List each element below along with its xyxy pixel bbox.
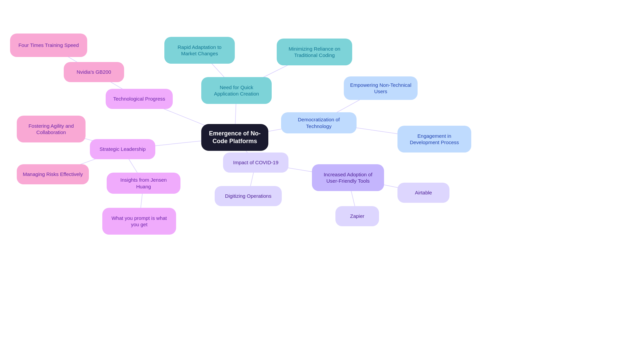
node-strategic: Strategic Leadership (90, 139, 155, 159)
mindmap-container: Emergence of No-Code PlatformsFour Times… (0, 0, 644, 363)
node-what-prompt: What you prompt is what you get (102, 208, 176, 235)
node-tech-progress: Technological Progress (106, 89, 173, 109)
node-increased-adoption: Increased Adoption of User-Friendly Tool… (312, 164, 384, 191)
node-insights: Insights from Jensen Huang (107, 173, 180, 194)
node-democratization: Democratization of Technology (281, 112, 357, 133)
node-fostering: Fostering Agility and Collaboration (17, 116, 86, 142)
node-impact-covid: Impact of COVID-19 (223, 153, 288, 173)
node-engagement: Engagement in Development Process (397, 126, 471, 153)
node-nvidias: Nvidia's GB200 (64, 62, 124, 82)
node-need-quick: Need for Quick Application Creation (201, 77, 272, 104)
node-four-times: Four Times Training Speed (10, 34, 87, 57)
node-digitizing: Digitizing Operations (215, 186, 282, 206)
node-managing-risks: Managing Risks Effectively (17, 164, 89, 184)
node-minimizing: Minimizing Reliance on Traditional Codin… (277, 39, 352, 65)
node-empowering: Empowering Non-Technical Users (344, 76, 418, 100)
node-zapier: Zapier (335, 206, 379, 226)
node-center: Emergence of No-Code Platforms (201, 124, 268, 151)
node-rapid-adapt: Rapid Adaptation to Market Changes (164, 37, 235, 64)
node-airtable: Airtable (397, 183, 449, 203)
